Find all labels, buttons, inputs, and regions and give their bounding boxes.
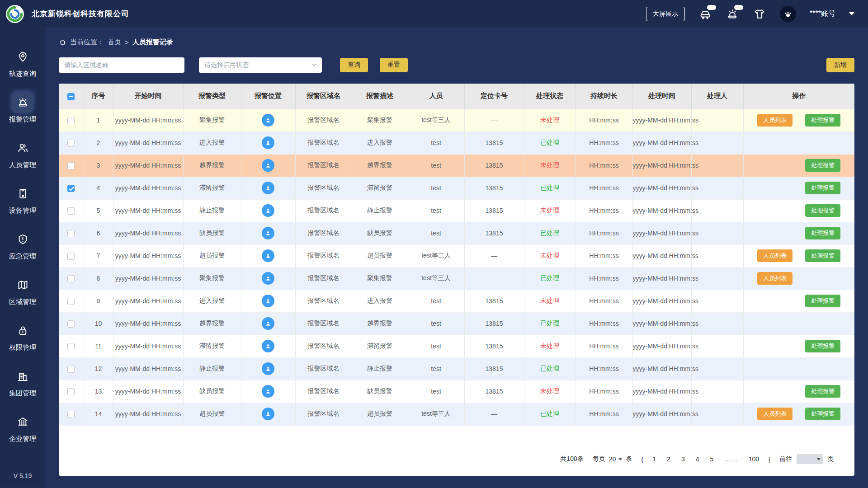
account-name[interactable]: ****账号 <box>810 9 835 19</box>
permission-icon <box>12 320 33 341</box>
goto-page-select[interactable] <box>797 454 823 464</box>
row-checkbox[interactable] <box>67 411 75 418</box>
sidebar-item-permission[interactable]: 权限管理 <box>9 320 36 352</box>
location-person-icon[interactable] <box>262 362 274 375</box>
page-number[interactable]: 2 <box>667 455 670 463</box>
cell-checkbox <box>59 312 84 335</box>
page-number[interactable]: 100 <box>749 455 759 463</box>
person-list-button[interactable]: 人员列表 <box>757 272 793 285</box>
cell-person: test <box>408 131 464 154</box>
sidebar-item-device[interactable]: 设备管理 <box>9 183 36 215</box>
row-checkbox[interactable] <box>67 298 75 305</box>
clothing-icon[interactable] <box>753 7 766 21</box>
handle-alarm-button[interactable]: 处理报警 <box>805 182 840 194</box>
sidebar-item-region[interactable]: 区域管理 <box>9 274 36 306</box>
column-header: 人员 <box>408 84 464 109</box>
location-person-icon[interactable] <box>262 114 274 127</box>
location-person-icon[interactable] <box>262 385 274 398</box>
sidebar-item-enterprise[interactable]: 企业管理 <box>9 411 36 443</box>
row-checkbox[interactable] <box>67 366 75 373</box>
breadcrumb-home[interactable]: 首页 <box>108 38 121 47</box>
next-page-button[interactable]: } <box>768 455 770 463</box>
sidebar-item-trajectory[interactable]: 轨迹查询 <box>9 46 36 78</box>
add-button[interactable]: 新增 <box>826 58 854 72</box>
table-row: 7yyyy-MM-dd HH:mm:ss超员报警报警区域名超员报警test等三人… <box>59 244 854 267</box>
location-person-icon[interactable] <box>262 408 274 420</box>
status-text: 未处理 <box>540 116 559 123</box>
big-screen-button[interactable]: 大屏展示 <box>646 7 685 21</box>
select-all-checkbox[interactable] <box>67 93 75 100</box>
row-checkbox[interactable] <box>67 162 75 169</box>
reset-button[interactable]: 重置 <box>380 58 408 72</box>
cell-status: 已处理 <box>524 177 576 199</box>
handle-alarm-button[interactable]: 处理报警 <box>805 408 840 420</box>
page-number[interactable]: 4 <box>696 455 699 463</box>
cell-no: 1 <box>84 109 113 131</box>
siren-icon[interactable] <box>726 7 739 21</box>
page-number[interactable]: 5 <box>710 455 713 463</box>
cell-card-no: 13815 <box>464 222 524 244</box>
cell-status: 未处理 <box>524 290 576 312</box>
row-checkbox[interactable] <box>67 117 75 124</box>
sidebar-item-emergency[interactable]: 应急管理 <box>9 229 36 261</box>
cell-area-name: 报警区域名 <box>295 244 352 267</box>
prev-page-button[interactable]: { <box>641 455 643 463</box>
cell-alarm-type: 聚集报警 <box>183 109 241 131</box>
sidebar-item-personnel[interactable]: 人员管理 <box>9 137 36 169</box>
cell-start-time: yyyy-MM-dd HH:mm:ss <box>113 335 183 357</box>
handle-alarm-button[interactable]: 处理报警 <box>805 249 840 262</box>
handle-alarm-button[interactable]: 处理报警 <box>805 159 840 172</box>
cell-checkbox <box>59 177 84 199</box>
row-checkbox[interactable] <box>67 388 75 395</box>
location-person-icon[interactable] <box>262 136 274 149</box>
row-checkbox[interactable] <box>67 230 75 237</box>
location-person-icon[interactable] <box>262 249 274 262</box>
person-list-button[interactable]: 人员列表 <box>757 408 793 420</box>
cell-person: test <box>408 380 464 403</box>
location-person-icon[interactable] <box>262 295 274 307</box>
person-list-button[interactable]: 人员列表 <box>757 114 793 127</box>
cell-handler <box>691 357 743 380</box>
location-person-icon[interactable] <box>262 317 274 330</box>
location-person-icon[interactable] <box>262 272 274 285</box>
caret-down-icon[interactable] <box>849 12 854 15</box>
page-number[interactable]: 3 <box>681 455 685 463</box>
page-number[interactable]: 1 <box>652 455 656 463</box>
location-person-icon[interactable] <box>262 227 274 239</box>
cell-status: 未处理 <box>524 244 576 267</box>
handle-alarm-button[interactable]: 处理报警 <box>805 295 840 307</box>
cell-handle-time: yyyy-MM-dd HH:mm:ss <box>632 290 691 312</box>
location-person-icon[interactable] <box>262 204 274 217</box>
area-name-input[interactable] <box>59 57 184 73</box>
location-person-icon[interactable] <box>262 340 274 352</box>
query-button[interactable]: 查询 <box>340 58 368 72</box>
location-person-icon[interactable] <box>262 182 274 194</box>
cell-handler <box>691 131 743 154</box>
vehicle-icon[interactable] <box>698 7 712 21</box>
user-avatar[interactable] <box>780 6 796 22</box>
location-person-icon[interactable] <box>262 159 274 172</box>
status-select[interactable]: 请选择启用状态 <box>199 57 322 73</box>
handle-alarm-button[interactable]: 处理报警 <box>805 227 840 239</box>
handle-alarm-button[interactable]: 处理报警 <box>805 340 840 352</box>
vehicle-badge <box>707 5 716 10</box>
handle-alarm-button[interactable]: 处理报警 <box>805 204 840 217</box>
row-checkbox[interactable] <box>67 185 75 192</box>
row-checkbox[interactable] <box>67 253 75 260</box>
row-checkbox[interactable] <box>67 140 75 147</box>
breadcrumb-label: 当前位置： <box>70 38 104 47</box>
row-checkbox[interactable] <box>67 275 75 282</box>
per-page-suffix: 条 <box>626 455 632 463</box>
cell-duration: HH:mm:ss <box>576 312 632 335</box>
handle-alarm-button[interactable]: 处理报警 <box>805 114 840 127</box>
row-checkbox[interactable] <box>67 207 75 215</box>
sidebar-item-group[interactable]: 集团管理 <box>9 366 36 398</box>
per-page-select[interactable]: 20 <box>609 455 623 463</box>
cell-start-time: yyyy-MM-dd HH:mm:ss <box>113 267 183 290</box>
handle-alarm-button[interactable]: 处理报警 <box>805 385 840 398</box>
cell-no: 5 <box>84 199 113 222</box>
sidebar-item-alarm[interactable]: 报警管理 <box>9 92 36 124</box>
row-checkbox[interactable] <box>67 343 75 350</box>
person-list-button[interactable]: 人员列表 <box>757 249 793 262</box>
row-checkbox[interactable] <box>67 320 75 328</box>
